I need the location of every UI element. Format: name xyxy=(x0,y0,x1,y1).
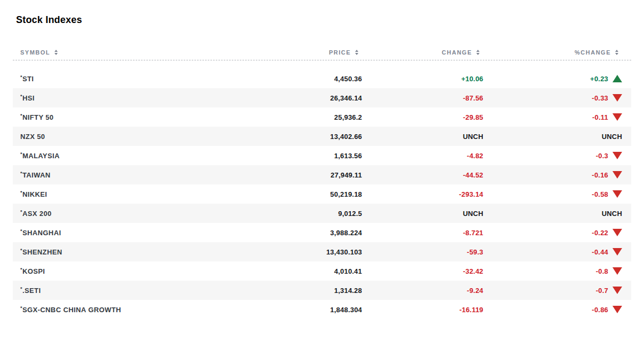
price-value: 26,346.14 xyxy=(266,94,362,102)
symbol-cell[interactable]: *SHENZHEN xyxy=(20,248,266,256)
symbol-cell[interactable]: *NIKKEI xyxy=(20,190,266,198)
pct-change-value: -0.3 xyxy=(596,152,608,160)
pct-change-value: -0.22 xyxy=(592,229,608,237)
pct-change-cell: +0.23 xyxy=(483,75,622,83)
arrow-slot xyxy=(608,190,622,198)
table-row[interactable]: *STI 4,450.36 +10.06 +0.23 xyxy=(13,69,631,88)
price-value: 4,450.36 xyxy=(266,75,362,83)
symbol-cell[interactable]: *HSI xyxy=(20,94,266,102)
table-row[interactable]: *SGX-CNBC CHINA GROWTH 1,848.304 -16.119… xyxy=(13,300,631,319)
arrow-down-icon xyxy=(612,229,622,236)
table-row[interactable]: *KOSPI 4,010.41 -32.42 -0.8 xyxy=(13,261,631,281)
price-value: 1,613.56 xyxy=(266,152,362,160)
symbol-cell[interactable]: *SGX-CNBC CHINA GROWTH xyxy=(20,305,266,314)
price-value: 3,988.224 xyxy=(266,229,362,237)
pct-change-value: +0.23 xyxy=(590,75,608,83)
table-header-row: SYMBOL PRICE CHANGE %CHANGE xyxy=(13,45,631,60)
change-value: UNCH xyxy=(362,210,483,218)
arrow-slot xyxy=(608,75,622,82)
symbol-cell[interactable]: *MALAYSIA xyxy=(20,151,266,160)
arrow-slot xyxy=(608,171,622,179)
symbol-label: KOSPI xyxy=(22,267,45,275)
arrow-down-icon xyxy=(612,113,622,121)
pct-change-value: UNCH xyxy=(602,133,622,141)
arrow-slot xyxy=(608,287,622,294)
table-row[interactable]: *NIFTY 50 25,936.2 -29.85 -0.11 xyxy=(13,107,631,127)
price-value: 9,012.5 xyxy=(266,210,362,218)
arrow-down-icon xyxy=(612,94,622,102)
change-value: -32.42 xyxy=(362,267,483,275)
pct-change-value: UNCH xyxy=(602,210,622,218)
page-title: Stock Indexes xyxy=(16,14,644,26)
symbol-label: SGX-CNBC CHINA GROWTH xyxy=(22,306,121,314)
header-symbol[interactable]: SYMBOL xyxy=(20,49,266,56)
pct-change-cell: -0.7 xyxy=(483,287,622,295)
pct-change-cell: -0.44 xyxy=(483,248,622,256)
symbol-cell[interactable]: NZX 50 xyxy=(20,132,266,141)
symbol-cell[interactable]: *SHANGHAI xyxy=(20,228,266,237)
header-price-label: PRICE xyxy=(329,49,351,56)
symbol-cell[interactable]: *TAIWAN xyxy=(20,171,266,179)
change-value: -29.85 xyxy=(362,113,483,121)
symbol-cell[interactable]: *STI xyxy=(20,74,266,83)
arrow-slot xyxy=(608,94,622,102)
pct-change-cell: -0.3 xyxy=(483,152,622,160)
pct-change-cell: -0.22 xyxy=(483,229,622,237)
change-value: -16.119 xyxy=(362,306,483,314)
symbol-label: NIKKEI xyxy=(22,190,47,198)
pct-change-value: -0.8 xyxy=(596,267,608,275)
sort-icon xyxy=(476,50,480,55)
table-row[interactable]: NZX 50 13,402.66 UNCH UNCH xyxy=(13,127,631,146)
change-value: +10.06 xyxy=(362,75,483,83)
header-pct-change[interactable]: %CHANGE xyxy=(483,49,622,56)
arrow-down-icon xyxy=(612,267,622,275)
change-value: -9.24 xyxy=(362,287,483,295)
table-row[interactable]: *SHENZHEN 13,430.103 -59.3 -0.44 xyxy=(13,242,631,261)
pct-change-value: -0.58 xyxy=(592,190,608,198)
table-row[interactable]: *SHANGHAI 3,988.224 -8.721 -0.22 xyxy=(13,223,631,242)
arrow-down-icon xyxy=(612,248,622,256)
table-row[interactable]: *.SETI 1,314.28 -9.24 -0.7 xyxy=(13,281,631,300)
change-value: -293.14 xyxy=(362,190,483,198)
arrow-slot xyxy=(608,267,622,275)
header-price[interactable]: PRICE xyxy=(266,49,362,56)
header-change[interactable]: CHANGE xyxy=(362,49,483,56)
symbol-label: TAIWAN xyxy=(22,171,51,179)
pct-change-cell: -0.8 xyxy=(483,267,622,275)
symbol-cell[interactable]: *.SETI xyxy=(20,286,266,295)
table-body: *STI 4,450.36 +10.06 +0.23 *HSI 26,346.1… xyxy=(13,69,631,319)
arrow-slot xyxy=(608,306,622,313)
symbol-cell[interactable]: *KOSPI xyxy=(20,267,266,275)
change-value: -59.3 xyxy=(362,248,483,256)
price-value: 13,402.66 xyxy=(266,133,362,141)
arrow-slot xyxy=(608,248,622,256)
table-row[interactable]: *HSI 26,346.14 -87.56 -0.33 xyxy=(13,88,631,107)
header-change-label: CHANGE xyxy=(442,49,472,56)
price-value: 13,430.103 xyxy=(266,248,362,256)
arrow-slot xyxy=(608,113,622,121)
price-value: 1,314.28 xyxy=(266,287,362,295)
symbol-label: ASX 200 xyxy=(22,210,52,218)
table-row[interactable]: *TAIWAN 27,949.11 -44.52 -0.16 xyxy=(13,165,631,184)
table-row[interactable]: *ASX 200 9,012.5 UNCH UNCH xyxy=(13,204,631,223)
table-row[interactable]: *MALAYSIA 1,613.56 -4.82 -0.3 xyxy=(13,146,631,165)
symbol-cell[interactable]: *ASX 200 xyxy=(20,209,266,218)
table-row[interactable]: *NIKKEI 50,219.18 -293.14 -0.58 xyxy=(13,184,631,204)
symbol-label: MALAYSIA xyxy=(22,152,60,160)
symbol-label: SHANGHAI xyxy=(22,229,61,237)
change-value: -4.82 xyxy=(362,152,483,160)
price-value: 50,219.18 xyxy=(266,190,362,198)
pct-change-cell: -0.58 xyxy=(483,190,622,198)
symbol-cell[interactable]: *NIFTY 50 xyxy=(20,113,266,121)
change-value: -44.52 xyxy=(362,171,483,179)
symbol-label: STI xyxy=(22,75,34,83)
pct-change-value: -0.33 xyxy=(592,94,608,102)
price-value: 1,848.304 xyxy=(266,306,362,314)
arrow-down-icon xyxy=(612,287,622,294)
arrow-slot xyxy=(608,229,622,236)
sort-icon xyxy=(355,50,358,55)
symbol-label: SHENZHEN xyxy=(22,248,62,256)
pct-change-cell: UNCH xyxy=(483,133,622,141)
header-symbol-label: SYMBOL xyxy=(20,49,50,56)
symbol-label: NIFTY 50 xyxy=(22,113,54,121)
